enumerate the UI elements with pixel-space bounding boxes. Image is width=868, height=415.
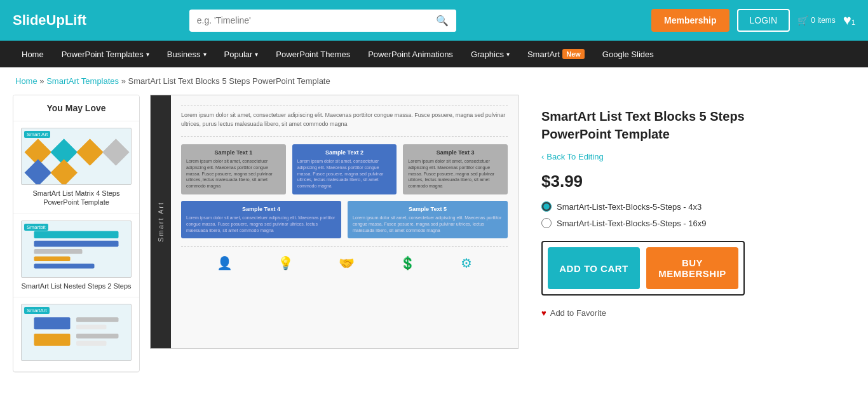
search-button[interactable]: 🔍 bbox=[428, 10, 456, 32]
preview-container: Smart Art Lorem ipsum dolor sit amet, co… bbox=[150, 95, 519, 349]
variant-option-1[interactable]: SmartArt-List-Text-Blocks-5-Steps - 4x3 bbox=[541, 201, 745, 212]
chevron-down-icon: ▾ bbox=[506, 51, 510, 58]
svg-rect-3 bbox=[102, 139, 130, 166]
svg-rect-5 bbox=[50, 160, 78, 184]
right-panel: SmartArt List Text Blocks 5 Steps PowerP… bbox=[529, 95, 757, 333]
chevron-down-icon: ▾ bbox=[146, 51, 149, 58]
variant-option-2[interactable]: SmartArt-List-Text-Blocks-5-Steps - 16x9 bbox=[541, 218, 745, 228]
sidebar-preview-2: Smartbit bbox=[21, 221, 132, 278]
svg-rect-14 bbox=[34, 334, 71, 346]
svg-rect-10 bbox=[34, 263, 95, 268]
product-title: SmartArt List Text Blocks 5 Steps PowerP… bbox=[541, 107, 745, 143]
add-to-cart-button[interactable]: ADD TO CART bbox=[548, 247, 640, 289]
variant-label-2: SmartArt-List-Text-Blocks-5-Steps - 16x9 bbox=[557, 219, 707, 228]
sidebar-tag-2: Smartbit bbox=[24, 224, 48, 231]
nav-smartart-label: SmartArt bbox=[527, 50, 560, 59]
breadcrumb-smartart[interactable]: SmartArt Templates bbox=[46, 76, 119, 86]
header-actions: Membership LOGIN 🛒 0 items ♥1 bbox=[651, 9, 855, 32]
chevron-down-icon: ▾ bbox=[203, 51, 207, 58]
list-item[interactable]: Smartbit SmartArt List Nested Steps 2 St… bbox=[13, 214, 139, 297]
preview-intro-text: Lorem ipsum dolor sit amet, consectetuer… bbox=[181, 111, 508, 128]
svg-rect-7 bbox=[34, 240, 119, 247]
sample-card-1: Sample Text 1 Lorem ipsum dolor sit amet… bbox=[181, 144, 286, 194]
sample-card-2: Sample Text 2 Lorem ipsum dolor sit amet… bbox=[292, 144, 397, 194]
logo: SlideUpLift bbox=[13, 12, 86, 29]
list-item[interactable]: SmartArt bbox=[13, 297, 139, 372]
sample-card-4: Sample Text 4 Lorem ipsum dolor sit amet… bbox=[181, 201, 341, 238]
sidebar-tag-1: Smart Art bbox=[24, 131, 50, 138]
preview-strip: Smart Art bbox=[151, 95, 171, 348]
header: SlideUpLift 🔍 Membership LOGIN 🛒 0 items… bbox=[0, 0, 868, 41]
cart-count: 0 items bbox=[811, 16, 836, 25]
handshake-icon: 🤝 bbox=[339, 255, 355, 271]
gear-icon: ⚙ bbox=[461, 255, 472, 271]
dashed-line-top bbox=[181, 105, 508, 106]
variant-radio-2[interactable] bbox=[541, 218, 552, 228]
sidebar-item-label-2: SmartArt List Nested Steps 2 Steps bbox=[21, 282, 132, 290]
svg-rect-4 bbox=[25, 160, 52, 184]
person-icon: 👤 bbox=[217, 255, 233, 271]
sample-card-3: Sample Text 3 Lorem ipsum dolor sit amet… bbox=[403, 144, 508, 194]
variant-radio-1[interactable] bbox=[541, 201, 552, 212]
breadcrumb-home[interactable]: Home bbox=[15, 76, 37, 86]
cart-container[interactable]: 🛒 0 items bbox=[797, 15, 836, 25]
navbar: Home PowerPoint Templates ▾ Business ▾ P… bbox=[0, 41, 868, 67]
svg-rect-11 bbox=[34, 317, 71, 329]
sidebar-preview-3: SmartArt bbox=[21, 304, 132, 361]
sidebar-item-label-1: SmartArt List Matrix 4 Steps PowerPoint … bbox=[21, 189, 132, 207]
nav-business[interactable]: Business ▾ bbox=[158, 41, 215, 67]
chevron-down-icon: ▾ bbox=[255, 51, 258, 58]
svg-rect-12 bbox=[76, 317, 119, 322]
back-link-label: Back To Editing bbox=[546, 152, 603, 161]
login-button[interactable]: LOGIN bbox=[737, 9, 790, 32]
svg-rect-6 bbox=[34, 231, 119, 238]
nav-home[interactable]: Home bbox=[13, 41, 53, 67]
center-preview: Smart Art Lorem ipsum dolor sit amet, co… bbox=[150, 95, 519, 349]
nav-powerpoint-themes[interactable]: PowerPoint Themes bbox=[267, 41, 359, 67]
sidebar-preview-1: Smart Art bbox=[21, 128, 132, 185]
add-favorite-label: Add to Favorite bbox=[550, 308, 606, 318]
buy-membership-button[interactable]: BUY MEMBERSHIP bbox=[646, 247, 738, 289]
search-input[interactable] bbox=[189, 10, 428, 31]
nav-powerpoint-templates[interactable]: PowerPoint Templates ▾ bbox=[53, 41, 158, 67]
price-display: $3.99 bbox=[541, 172, 745, 191]
lightbulb-icon: 💡 bbox=[278, 255, 294, 271]
action-buttons: ADD TO CART BUY MEMBERSHIP bbox=[541, 241, 745, 296]
sidebar-title: You May Love bbox=[13, 95, 139, 121]
list-item[interactable]: Smart Art SmartArt List Matrix 4 Steps P… bbox=[13, 121, 139, 214]
wishlist-icon[interactable]: ♥1 bbox=[843, 12, 855, 29]
nav-graphics[interactable]: Graphics ▾ bbox=[462, 41, 519, 67]
sidebar: You May Love Smart Art SmartArt List Mat… bbox=[13, 95, 140, 372]
membership-button[interactable]: Membership bbox=[651, 9, 729, 32]
cards-bottom-row: Sample Text 4 Lorem ipsum dolor sit amet… bbox=[181, 201, 508, 238]
add-to-favorite-link[interactable]: ♥ Add to Favorite bbox=[541, 306, 745, 320]
preview-icons-row: 👤 💡 🤝 💲 ⚙ bbox=[181, 253, 508, 273]
dashed-line-bottom bbox=[181, 246, 508, 247]
svg-rect-2 bbox=[76, 139, 104, 166]
breadcrumb-sep1: » bbox=[39, 76, 46, 86]
breadcrumb-current: SmartArt List Text Blocks 5 Steps PowerP… bbox=[128, 76, 330, 86]
nav-new-badge: New bbox=[562, 49, 585, 59]
svg-rect-9 bbox=[34, 256, 71, 261]
variant-label-1: SmartArt-List-Text-Blocks-5-Steps - 4x3 bbox=[557, 202, 702, 212]
sample-card-5: Sample Text 5 Lorem ipsum dolor sit amet… bbox=[348, 201, 508, 238]
nav-google-slides[interactable]: Google Slides bbox=[593, 41, 663, 67]
main-content: You May Love Smart Art SmartArt List Mat… bbox=[0, 95, 868, 385]
nav-smartart[interactable]: SmartArt New bbox=[519, 41, 593, 67]
heart-icon: ♥ bbox=[541, 308, 546, 318]
cards-top-row: Sample Text 1 Lorem ipsum dolor sit amet… bbox=[181, 144, 508, 194]
svg-rect-15 bbox=[76, 334, 119, 339]
search-bar: 🔍 bbox=[189, 10, 456, 32]
nav-popular[interactable]: Popular ▾ bbox=[215, 41, 268, 67]
svg-rect-16 bbox=[76, 341, 107, 346]
nav-powerpoint-animations[interactable]: PowerPoint Animations bbox=[359, 41, 462, 67]
variant-options: SmartArt-List-Text-Blocks-5-Steps - 4x3 … bbox=[541, 201, 745, 228]
breadcrumb-sep2: » bbox=[121, 76, 128, 86]
back-to-editing-link[interactable]: ‹ Back To Editing bbox=[541, 152, 745, 161]
dollar-icon: 💲 bbox=[400, 255, 416, 271]
cart-icon: 🛒 bbox=[797, 15, 808, 25]
svg-rect-13 bbox=[76, 325, 107, 330]
sidebar-tag-3: SmartArt bbox=[24, 307, 50, 314]
dashed-line-mid bbox=[181, 136, 508, 137]
chevron-left-icon: ‹ bbox=[541, 152, 544, 161]
